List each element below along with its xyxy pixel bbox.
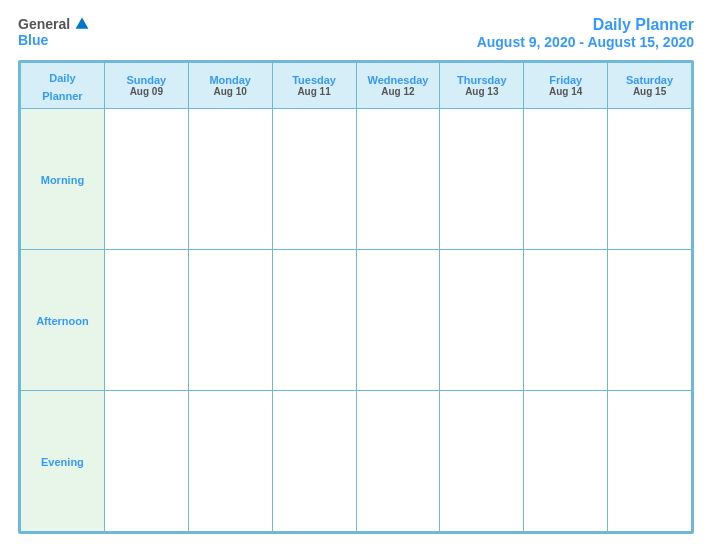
afternoon-wednesday-cell[interactable] (356, 250, 440, 391)
evening-monday-cell[interactable] (188, 391, 272, 532)
friday-date: Aug 14 (526, 86, 605, 97)
wednesday-name: Wednesday (359, 74, 438, 86)
logo: General (18, 16, 90, 32)
title-date: August 9, 2020 - August 15, 2020 (477, 34, 694, 50)
tuesday-date: Aug 11 (275, 86, 354, 97)
morning-friday-cell[interactable] (524, 109, 608, 250)
sunday-name: Sunday (107, 74, 186, 86)
morning-monday-cell[interactable] (188, 109, 272, 250)
morning-wednesday-cell[interactable] (356, 109, 440, 250)
calendar-wrapper: Daily Planner Sunday Aug 09 Monday Aug 1… (18, 60, 694, 534)
morning-row: Morning (21, 109, 692, 250)
evening-tuesday-cell[interactable] (272, 391, 356, 532)
title-main: Daily Planner (477, 16, 694, 34)
evening-row: Evening (21, 391, 692, 532)
evening-wednesday-cell[interactable] (356, 391, 440, 532)
morning-sunday-cell[interactable] (104, 109, 188, 250)
calendar-table: Daily Planner Sunday Aug 09 Monday Aug 1… (20, 62, 692, 532)
friday-name: Friday (526, 74, 605, 86)
wednesday-date: Aug 12 (359, 86, 438, 97)
morning-label: Morning (41, 174, 84, 186)
saturday-date: Aug 15 (610, 86, 689, 97)
svg-marker-0 (76, 18, 89, 29)
col-monday: Monday Aug 10 (188, 63, 272, 109)
afternoon-row: Afternoon (21, 250, 692, 391)
tuesday-name: Tuesday (275, 74, 354, 86)
col-thursday: Thursday Aug 13 (440, 63, 524, 109)
evening-thursday-cell[interactable] (440, 391, 524, 532)
page: General Blue Daily Planner August 9, 202… (0, 0, 712, 550)
logo-area: General Blue (18, 16, 90, 48)
header: General Blue Daily Planner August 9, 202… (18, 16, 694, 50)
col-wednesday: Wednesday Aug 12 (356, 63, 440, 109)
col-sunday: Sunday Aug 09 (104, 63, 188, 109)
evening-label: Evening (41, 456, 84, 468)
morning-saturday-cell[interactable] (608, 109, 692, 250)
morning-label-cell: Morning (21, 109, 105, 250)
afternoon-label: Afternoon (36, 315, 89, 327)
evening-label-cell: Evening (21, 391, 105, 532)
thursday-date: Aug 13 (442, 86, 521, 97)
afternoon-sunday-cell[interactable] (104, 250, 188, 391)
col-tuesday: Tuesday Aug 11 (272, 63, 356, 109)
afternoon-label-cell: Afternoon (21, 250, 105, 391)
col-saturday: Saturday Aug 15 (608, 63, 692, 109)
thursday-name: Thursday (442, 74, 521, 86)
morning-tuesday-cell[interactable] (272, 109, 356, 250)
sunday-date: Aug 09 (107, 86, 186, 97)
label-header: Daily Planner (21, 63, 105, 109)
label-header-text: Daily Planner (42, 72, 82, 102)
logo-blue-text: Blue (18, 32, 48, 48)
title-area: Daily Planner August 9, 2020 - August 15… (477, 16, 694, 50)
evening-friday-cell[interactable] (524, 391, 608, 532)
evening-sunday-cell[interactable] (104, 391, 188, 532)
col-friday: Friday Aug 14 (524, 63, 608, 109)
morning-thursday-cell[interactable] (440, 109, 524, 250)
monday-name: Monday (191, 74, 270, 86)
afternoon-monday-cell[interactable] (188, 250, 272, 391)
afternoon-friday-cell[interactable] (524, 250, 608, 391)
afternoon-thursday-cell[interactable] (440, 250, 524, 391)
monday-date: Aug 10 (191, 86, 270, 97)
evening-saturday-cell[interactable] (608, 391, 692, 532)
saturday-name: Saturday (610, 74, 689, 86)
logo-icon (74, 16, 90, 32)
logo-general-text: General (18, 16, 70, 32)
afternoon-saturday-cell[interactable] (608, 250, 692, 391)
header-row: Daily Planner Sunday Aug 09 Monday Aug 1… (21, 63, 692, 109)
afternoon-tuesday-cell[interactable] (272, 250, 356, 391)
